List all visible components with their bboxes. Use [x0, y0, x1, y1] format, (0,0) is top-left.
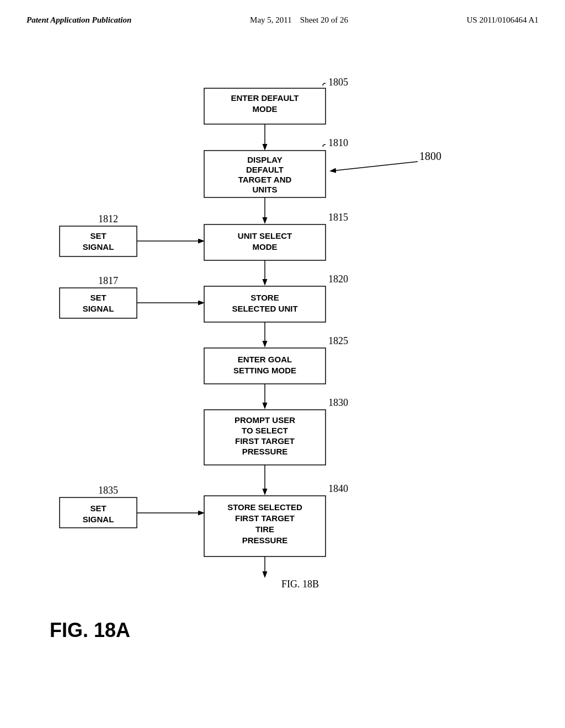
label-1840-2: FIRST TARGET — [235, 513, 295, 523]
label-1840-4: PRESSURE — [242, 536, 288, 545]
diagram-area: 1805 ENTER DEFAULT MODE 1810 DISPLAY DEF… — [0, 30, 565, 720]
sheet: Sheet 20 of 26 — [300, 15, 348, 24]
date: May 5, 2011 — [250, 15, 292, 24]
ref-1800: 1800 — [419, 150, 441, 162]
ref-1817: 1817 — [98, 275, 118, 286]
ref-1830: 1830 — [328, 397, 348, 408]
label-1817-2: SIGNAL — [83, 304, 114, 313]
label-1815-1: UNIT SELECT — [238, 231, 292, 240]
label-1812-2: SIGNAL — [83, 242, 114, 251]
label-1835-2: SIGNAL — [83, 515, 114, 524]
label-1805-2: MODE — [253, 104, 278, 114]
ref-1835: 1835 — [98, 485, 118, 496]
label-1825-2: SETTING MODE — [233, 366, 296, 375]
label-1840-3: TIRE — [255, 524, 274, 534]
ref-1820: 1820 — [328, 274, 348, 285]
fig-18b-label: FIG. 18B — [281, 579, 319, 590]
ref-1840: 1840 — [328, 483, 348, 494]
label-1810-4: UNITS — [253, 185, 278, 194]
ref-1812: 1812 — [98, 213, 118, 224]
page-header: Patent Application Publication May 5, 20… — [0, 0, 565, 25]
ref-1810: 1810 — [328, 137, 348, 148]
flowchart-svg: 1805 ENTER DEFAULT MODE 1810 DISPLAY DEF… — [0, 30, 565, 720]
arrow-1800 — [331, 162, 418, 171]
label-1825-1: ENTER GOAL — [238, 355, 292, 364]
label-1830-1: PROMPT USER — [234, 415, 295, 425]
patent-number: US 2011/0106464 A1 — [467, 15, 539, 25]
label-1817-1: SET — [90, 293, 106, 302]
ref-1805: 1805 — [328, 77, 348, 88]
publication-label: Patent Application Publication — [26, 15, 131, 25]
label-1820-2: SELECTED UNIT — [232, 304, 297, 313]
label-1835-1: SET — [90, 504, 106, 513]
label-1810-3: TARGET AND — [238, 175, 292, 184]
label-1812-1: SET — [90, 231, 106, 240]
label-1830-2: TO SELECT — [242, 426, 288, 435]
fig-18a-label: FIG. 18A — [50, 619, 130, 641]
label-1810-2: DEFAULT — [246, 165, 284, 174]
label-1815-2: MODE — [253, 242, 278, 251]
label-1830-4: PRESSURE — [242, 447, 288, 456]
date-sheet: May 5, 2011 Sheet 20 of 26 — [250, 15, 348, 25]
label-1820-1: STORE — [250, 293, 279, 302]
label-1840-1: STORE SELECTED — [227, 502, 302, 512]
label-1810-1: DISPLAY — [247, 155, 282, 164]
ref-1815: 1815 — [328, 212, 348, 223]
label-1830-3: FIRST TARGET — [235, 436, 295, 446]
label-1805-1: ENTER DEFAULT — [231, 93, 299, 103]
ref-1825: 1825 — [328, 335, 348, 346]
